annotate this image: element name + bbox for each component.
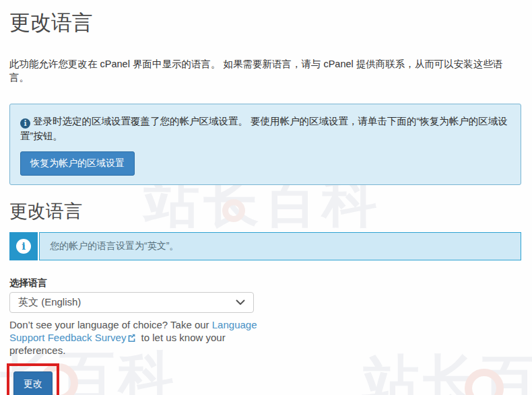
callout-info-icon: i bbox=[9, 232, 38, 260]
main-content: 更改语言 此功能允许您更改在 cPanel 界面中显示的语言。 如果需要新语言，… bbox=[0, 9, 532, 395]
external-link-icon bbox=[127, 333, 136, 342]
change-language-page: 站长百科 站长百科 站长百科 更改语言 此功能允许您更改在 cPanel 界面中… bbox=[0, 0, 532, 395]
language-info-callout: i 您的帐户的语言设置为“英文”。 bbox=[9, 232, 521, 260]
language-select[interactable]: 英文 (English) bbox=[9, 292, 254, 313]
survey-text-before: Don’t see your language of choice? Take … bbox=[9, 319, 212, 330]
language-select-label: 选择语言 bbox=[9, 277, 521, 289]
chevron-down-icon bbox=[236, 299, 245, 306]
page-description: 此功能允许您更改在 cPanel 界面中显示的语言。 如果需要新语言，请与 cP… bbox=[9, 57, 521, 84]
locale-override-alert: i登录时选定的区域设置覆盖了您的帐户区域设置。 要使用帐户的区域设置，请单击下面… bbox=[9, 104, 521, 185]
page-title: 更改语言 bbox=[9, 9, 521, 37]
survey-text: Don’t see your language of choice? Take … bbox=[9, 318, 257, 357]
alert-info-icon: i bbox=[20, 118, 30, 129]
section-heading: 更改语言 bbox=[9, 199, 521, 223]
callout-message: 您的帐户的语言设置为“英文”。 bbox=[39, 232, 521, 260]
alert-message: 登录时选定的区域设置覆盖了您的帐户区域设置。 要使用帐户的区域设置，请单击下面的… bbox=[20, 116, 508, 141]
restore-locale-button[interactable]: 恢复为帐户的区域设置 bbox=[20, 151, 135, 176]
change-button[interactable]: 更改 bbox=[13, 371, 53, 395]
language-select-value: 英文 (English) bbox=[18, 296, 81, 309]
alert-text: i登录时选定的区域设置覆盖了您的帐户区域设置。 要使用帐户的区域设置，请单击下面… bbox=[20, 114, 510, 143]
annotation-highlight-box: 更改 bbox=[7, 363, 59, 395]
